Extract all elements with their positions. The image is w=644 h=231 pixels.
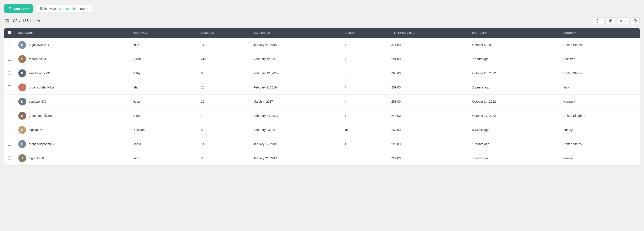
row-username-cell: I organicbutterfly214 xyxy=(15,80,129,94)
row-checkbox-cell xyxy=(4,151,15,166)
row-username-cell: M organicwolf214 xyxy=(15,38,129,52)
row-checkbox[interactable] xyxy=(8,156,11,160)
row-sessions-cell: 10 xyxy=(198,80,250,94)
grid-icon xyxy=(609,19,612,23)
row-orders-cell: 7 xyxy=(341,38,388,52)
add-filter-label: Add Filter xyxy=(14,7,29,11)
row-checkbox-cell xyxy=(4,80,15,94)
row-orders-cell: 5 xyxy=(341,151,388,166)
filter-remove-button[interactable]: × xyxy=(87,7,89,10)
globe-button[interactable]: ▾ xyxy=(593,18,604,24)
col-lifetime-header[interactable]: ↓ LIFETIME VALUE xyxy=(388,28,469,38)
username: redmouse338 xyxy=(29,57,48,61)
add-filter-button[interactable]: Add Filter xyxy=(4,4,33,13)
row-lifetime-cell: 229.00 xyxy=(388,137,469,151)
col-sessions-header[interactable]: SESSIONS xyxy=(198,28,250,38)
row-lastseen-cell: 7 hours ago xyxy=(469,52,560,66)
col-lastseen-header[interactable]: LAST SEEN xyxy=(469,28,560,38)
users-table: USERNAME FIRST NAME SESSIONS LAST ORDER … xyxy=(4,28,640,165)
globe-chevron: ▾ xyxy=(600,20,602,22)
avatar: R xyxy=(18,69,26,77)
table-row: J bigrabbit664 Jane 30 January 21, 2019 … xyxy=(4,151,640,166)
row-sessions-cell: 30 xyxy=(198,151,250,166)
row-firstname-cell: Jane xyxy=(129,151,197,166)
avatar: S xyxy=(18,55,26,63)
row-country-cell: Italy xyxy=(560,80,640,94)
separator: / xyxy=(19,19,20,23)
row-lastorder-cell: February 1, 2019 xyxy=(250,80,341,94)
row-sessions-cell: 14 xyxy=(198,137,250,151)
username: smallpeacock913 xyxy=(29,72,52,75)
row-username-cell: R smallpeacock913 xyxy=(15,66,129,80)
table-row: I organicbutterfly214 Iida 10 February 1… xyxy=(4,80,640,94)
col-username-header[interactable]: USERNAME xyxy=(15,28,129,38)
filter-field: Lifetime value xyxy=(38,7,57,10)
col-checkbox xyxy=(4,28,15,38)
row-orders-cell: 4 xyxy=(341,137,388,151)
row-checkbox[interactable] xyxy=(8,43,11,46)
row-checkbox-cell xyxy=(4,137,15,151)
eye-chevron: ▾ xyxy=(625,20,626,22)
table-row: R bigbird752 Ruveyda 5 February 24, 2019… xyxy=(4,123,640,137)
row-checkbox[interactable] xyxy=(8,86,11,89)
settings-button[interactable] xyxy=(630,18,640,24)
row-checkbox-cell xyxy=(4,94,15,109)
row-checkbox[interactable] xyxy=(8,128,11,132)
row-checkbox-cell xyxy=(4,66,15,80)
row-lastseen-cell: 1 week ago xyxy=(469,151,560,166)
svg-rect-8 xyxy=(611,20,612,21)
row-lastorder-cell: February 24, 2019 xyxy=(250,123,341,137)
row-checkbox-cell xyxy=(4,123,15,137)
table-header-row: USERNAME FIRST NAME SESSIONS LAST ORDER … xyxy=(4,28,640,38)
row-lifetime-cell: 253.00 xyxy=(388,94,469,109)
row-country-cell: Turkey xyxy=(560,123,640,137)
eye-button[interactable]: ▾ xyxy=(617,18,629,24)
row-checkbox[interactable] xyxy=(8,100,11,103)
row-sessions-cell: 5 xyxy=(198,123,250,137)
users-table-wrapper: USERNAME FIRST NAME SESSIONS LAST ORDER … xyxy=(4,28,640,165)
col-lastorder-header[interactable]: LAST ORDER xyxy=(250,28,341,38)
row-checkbox[interactable] xyxy=(8,142,11,146)
avatar: J xyxy=(18,154,26,162)
col-firstname-header[interactable]: FIRST NAME xyxy=(129,28,197,38)
table-row: M organicwolf214 Mike 14 January 20, 201… xyxy=(4,38,640,52)
top-bar: Add Filter Lifetime value is greater tha… xyxy=(4,4,640,13)
row-lifetime-cell: 259.00 xyxy=(388,80,469,94)
row-lastseen-cell: October 23, 2022 xyxy=(469,66,560,80)
table-body: M organicwolf214 Mike 14 January 20, 201… xyxy=(4,38,640,165)
row-country-cell: Pakistan xyxy=(560,52,640,66)
avatar: N xyxy=(18,98,26,106)
row-firstname-cell: Gabriel xyxy=(129,137,197,151)
row-lastorder-cell: February 12, 2019 xyxy=(250,52,341,66)
col-country-header[interactable]: COUNTRY xyxy=(560,28,640,38)
row-checkbox[interactable] xyxy=(8,57,11,60)
row-lifetime-cell: 244.00 xyxy=(388,109,469,123)
grid-button[interactable] xyxy=(606,18,616,24)
table-row: N blackwolf936 Nooa 12 March 4, 2017 4 2… xyxy=(4,94,640,109)
row-firstname-cell: Ruveyda xyxy=(129,123,197,137)
avatar: I xyxy=(18,84,26,91)
row-firstname-cell: Edgar xyxy=(129,109,197,123)
row-lastseen-cell: 1 month ago xyxy=(469,137,560,151)
filter-condition: is greater than xyxy=(59,7,78,10)
username: bigrabbit664 xyxy=(29,156,46,160)
avatar: G xyxy=(18,140,26,148)
row-country-cell: France xyxy=(560,151,640,166)
row-lifetime-cell: 227.00 xyxy=(388,151,469,166)
username: orangeelephant223 xyxy=(29,142,55,146)
eye-icon xyxy=(620,19,624,23)
row-firstname-cell: Suradj xyxy=(129,52,197,66)
col-orders-header[interactable]: ORDERS xyxy=(341,28,388,38)
row-checkbox[interactable] xyxy=(8,71,11,75)
row-orders-cell: 10 xyxy=(341,123,388,137)
row-lastseen-cell: October 6, 2022 xyxy=(469,38,560,52)
row-lastseen-cell: October 24, 2022 xyxy=(469,94,560,109)
row-lifetime-cell: 242.00 xyxy=(388,123,469,137)
row-sessions-cell: 7 xyxy=(198,109,250,123)
svg-point-12 xyxy=(634,20,636,22)
row-username-cell: N blackwolf936 xyxy=(15,94,129,109)
row-lifetime-cell: 268.00 xyxy=(388,66,469,80)
row-checkbox[interactable] xyxy=(8,114,11,117)
select-all-checkbox[interactable] xyxy=(8,31,11,34)
svg-point-4 xyxy=(8,19,8,20)
